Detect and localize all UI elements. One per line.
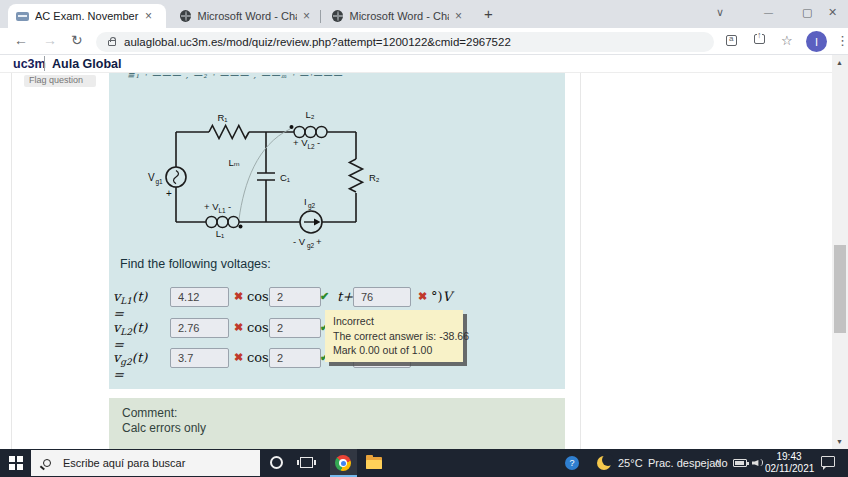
battery-icon[interactable] bbox=[733, 459, 747, 467]
task-view-icon[interactable] bbox=[300, 457, 313, 468]
tray-expand-icon[interactable]: ∧ bbox=[714, 457, 721, 467]
taskbar-search-box[interactable]: Escribe aquí para buscar bbox=[31, 450, 260, 476]
vl2-label: vL2(t) = bbox=[113, 320, 147, 352]
ig2-arrow bbox=[314, 219, 321, 226]
vl1-frequency-input[interactable] bbox=[269, 287, 321, 307]
file-explorer-icon[interactable] bbox=[366, 457, 382, 469]
close-button[interactable]: ✕ bbox=[828, 6, 837, 19]
tooltip-mark: Mark 0.00 out of 1.00 bbox=[333, 343, 455, 358]
clock[interactable]: 19:43 02/11/2021 bbox=[765, 451, 813, 475]
tab-word-1[interactable]: Microsoft Word - Chapman_Exam × bbox=[172, 4, 318, 28]
label-vg1: V bbox=[148, 172, 155, 183]
forward-icon[interactable]: → bbox=[43, 32, 57, 48]
chrome-taskbar-button[interactable] bbox=[330, 449, 357, 477]
logo-divider bbox=[44, 56, 45, 71]
flag-question-button[interactable]: Flag question bbox=[24, 75, 96, 87]
feedback-tooltip: Incorrect The correct answer is: -38.66 … bbox=[325, 310, 463, 362]
menu-icon[interactable]: ⋮ bbox=[836, 33, 848, 48]
svg-text:L2: L2 bbox=[308, 143, 316, 150]
find-voltages-text: Find the following voltages: bbox=[120, 257, 271, 271]
temperature-text[interactable]: 25°C bbox=[618, 457, 643, 469]
page-scrollbar[interactable]: ▲ ▼ bbox=[832, 55, 848, 449]
search-icon bbox=[43, 459, 51, 467]
volume-icon[interactable] bbox=[752, 457, 763, 468]
tab-close-icon[interactable]: × bbox=[303, 9, 310, 23]
vg2-amplitude-input[interactable] bbox=[170, 348, 229, 368]
content-right-border bbox=[580, 73, 581, 449]
padlock-icon[interactable] bbox=[108, 40, 116, 46]
minimize-button[interactable]: — bbox=[764, 8, 773, 18]
l1-dot bbox=[239, 225, 243, 229]
label-c1: C₁ bbox=[280, 172, 290, 183]
url-text[interactable]: aulaglobal.uc3m.es/mod/quiz/review.php?a… bbox=[124, 36, 511, 48]
tab-search-chevron-icon[interactable]: ∨ bbox=[716, 6, 724, 19]
tab-ac-exam[interactable]: AC Exam. November 27, 2020: On × bbox=[8, 4, 166, 28]
capacitor-c1 bbox=[257, 173, 275, 180]
tab-separator bbox=[320, 10, 321, 23]
svg-text:g2: g2 bbox=[307, 242, 315, 250]
label-l2: L₂ bbox=[306, 109, 315, 120]
tab-close-icon[interactable]: × bbox=[145, 9, 152, 23]
circuit-diagram: R₁ L₂ + V L2 - C₁ R₂ Lₘ V g1 + + V L1 - … bbox=[134, 103, 414, 251]
label-r2: R₂ bbox=[369, 172, 380, 183]
svg-text:-: - bbox=[317, 137, 320, 148]
vl1-amplitude-input[interactable] bbox=[170, 287, 229, 307]
new-tab-button[interactable]: + bbox=[484, 5, 493, 22]
bookmark-star-icon[interactable]: ☆ bbox=[781, 33, 793, 48]
vl1-label: vL1(t) = bbox=[113, 289, 147, 321]
maximize-button[interactable]: ▢ bbox=[802, 6, 812, 19]
profile-avatar[interactable]: I bbox=[806, 31, 827, 52]
tab-title: Microsoft Word - Chapman_Exam bbox=[349, 10, 449, 22]
get-help-icon[interactable]: ? bbox=[565, 456, 579, 470]
scrollbar-thumb[interactable] bbox=[834, 245, 846, 333]
inductor-l2-coil bbox=[294, 127, 305, 138]
question-panel: ≡₁ · ——— , —₂ · ——— , ——ₘ · —·——— bbox=[109, 73, 565, 389]
comment-body: Calc errors only bbox=[122, 421, 206, 435]
windows-taskbar: Escribe aquí para buscar ? 25°C Prac. de… bbox=[0, 449, 848, 477]
sine-symbol bbox=[174, 171, 179, 184]
label-vl1: + V bbox=[204, 201, 219, 212]
vl2-amplitude-input[interactable] bbox=[170, 318, 229, 338]
t-plus-text: t+ bbox=[337, 289, 353, 304]
vl1-phase-input[interactable] bbox=[353, 287, 411, 307]
reload-icon[interactable]: ↻ bbox=[71, 32, 83, 48]
share-icon[interactable] bbox=[754, 34, 765, 44]
back-icon[interactable]: ← bbox=[14, 32, 28, 48]
tab-close-icon[interactable]: × bbox=[455, 9, 462, 23]
vg2-frequency-input[interactable] bbox=[269, 348, 321, 368]
tab-word-2[interactable]: Microsoft Word - Chapman_Exam × bbox=[324, 4, 470, 28]
uc3m-logo[interactable]: uc3m bbox=[13, 57, 46, 71]
comment-panel: Comment: Calc errors only bbox=[109, 398, 565, 449]
search-placeholder: Escribe aquí para buscar bbox=[63, 457, 185, 469]
weather-moon-icon[interactable] bbox=[597, 456, 611, 470]
vg1-plus-sign: + bbox=[166, 188, 172, 199]
tooltip-correct-answer: The correct answer is: -38.66 bbox=[333, 329, 455, 344]
word-online-favicon bbox=[332, 10, 343, 22]
svg-text:g2: g2 bbox=[308, 202, 316, 210]
action-center-icon[interactable] bbox=[821, 456, 835, 467]
svg-text:g1: g1 bbox=[156, 178, 164, 186]
unit-text: °)V bbox=[431, 289, 452, 304]
page-content: uc3m Aula Global Flag question ≡₁ · ——— … bbox=[0, 55, 848, 449]
incorrect-icon: ✖ bbox=[234, 351, 243, 364]
time-text: 19:43 bbox=[765, 451, 813, 463]
start-button-icon[interactable] bbox=[9, 456, 23, 470]
label-l1: L₁ bbox=[216, 228, 225, 239]
vl2-frequency-input[interactable] bbox=[269, 318, 321, 338]
incorrect-icon: ✖ bbox=[234, 321, 243, 334]
scroll-down-icon[interactable]: ▼ bbox=[836, 438, 843, 445]
aulaglobal-favicon bbox=[16, 12, 29, 21]
label-r1: R₁ bbox=[217, 112, 227, 123]
tab-strip: AC Exam. November 27, 2020: On × Microso… bbox=[0, 0, 848, 28]
cortana-icon[interactable] bbox=[270, 456, 283, 469]
translate-icon[interactable] bbox=[726, 35, 737, 46]
label-ig2: I bbox=[304, 196, 307, 207]
clipped-equation-text: ≡₁ · ——— , —₂ · ——— , ——ₘ · —·——— bbox=[127, 73, 447, 79]
content-left-border bbox=[11, 73, 12, 449]
site-brand[interactable]: Aula Global bbox=[52, 57, 121, 71]
tab-title: Microsoft Word - Chapman_Exam bbox=[197, 10, 297, 22]
resistor-r1 bbox=[209, 126, 249, 139]
svg-text:L1: L1 bbox=[219, 207, 227, 214]
scroll-up-icon[interactable]: ▲ bbox=[836, 59, 843, 66]
address-bar[interactable]: aulaglobal.uc3m.es/mod/quiz/review.php?a… bbox=[96, 32, 714, 52]
